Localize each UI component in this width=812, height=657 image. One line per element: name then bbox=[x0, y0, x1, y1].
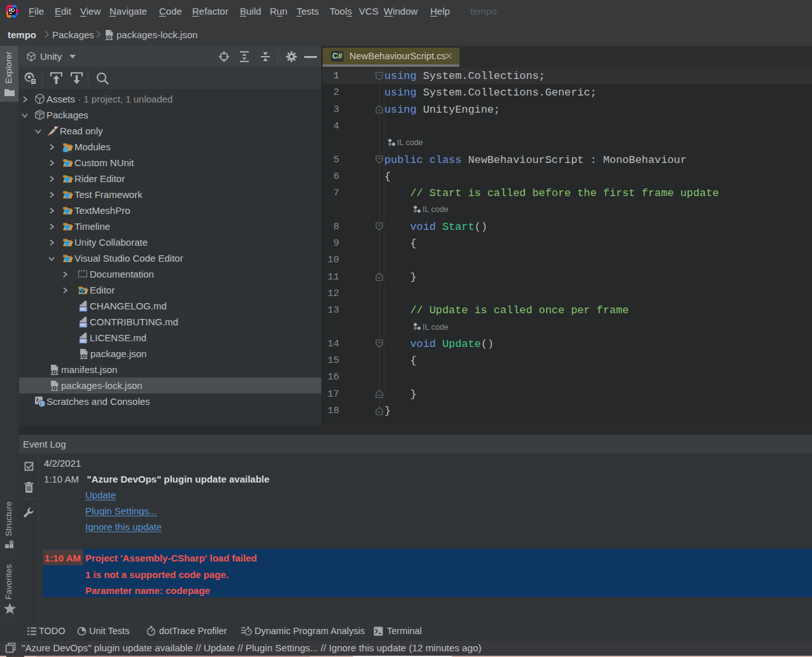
svg-text:MD: MD bbox=[80, 307, 87, 311]
svg-text:MD: MD bbox=[80, 323, 87, 327]
svg-text:MD: MD bbox=[80, 339, 87, 343]
